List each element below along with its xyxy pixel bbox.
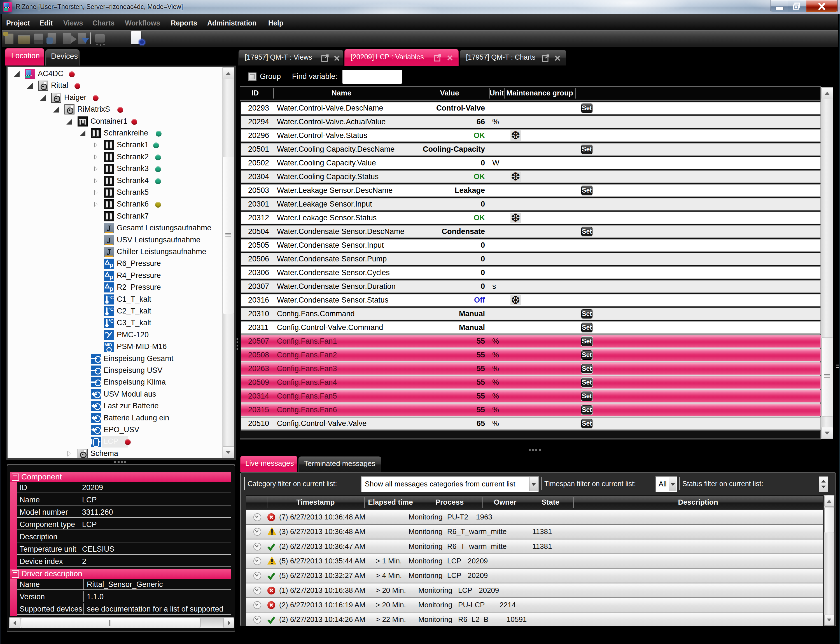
svg-text:p: p xyxy=(110,273,113,281)
svg-text:p: p xyxy=(110,285,113,292)
svg-text:p: p xyxy=(110,261,113,268)
